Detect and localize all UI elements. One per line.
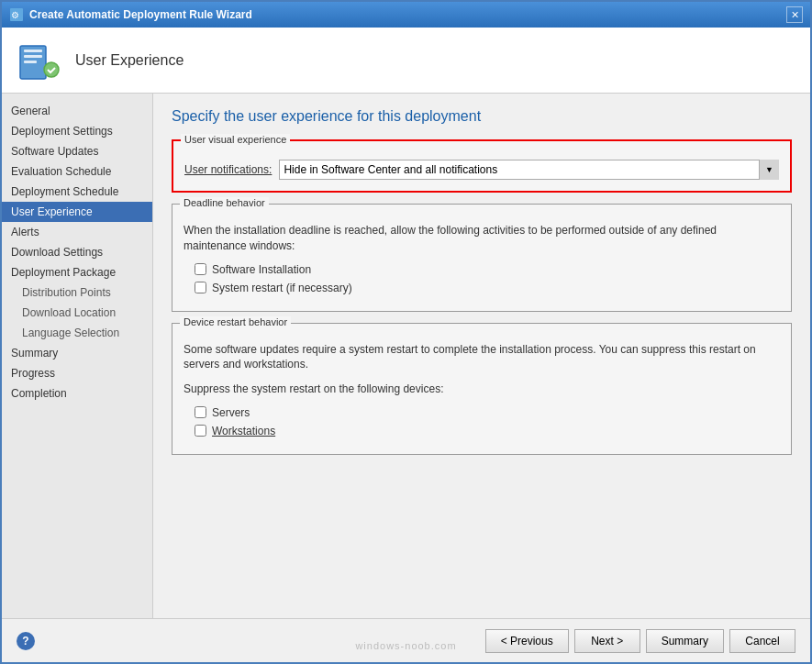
window-icon: ⚙ (9, 7, 24, 22)
sidebar-item-deployment-settings[interactable]: Deployment Settings (2, 121, 152, 141)
wizard-header: User Experience (2, 28, 810, 94)
sidebar-item-software-updates[interactable]: Software Updates (2, 141, 152, 161)
previous-button[interactable]: < Previous (485, 629, 569, 653)
software-installation-checkbox[interactable] (195, 263, 206, 275)
servers-checkbox[interactable] (195, 406, 206, 418)
system-restart-label: System restart (if necessary) (212, 282, 352, 294)
sidebar-item-language-selection[interactable]: Language Selection (2, 323, 152, 343)
sidebar-item-general[interactable]: General (2, 101, 152, 121)
servers-label: Servers (212, 406, 250, 419)
summary-button[interactable]: Summary (646, 629, 724, 653)
device-restart-group: Device restart behavior Some software up… (172, 323, 792, 455)
content-area: Specify the user experience for this dep… (153, 94, 810, 618)
wizard-window: ⚙ Create Automatic Deployment Rule Wizar… (0, 0, 812, 664)
sidebar-item-evaluation-schedule[interactable]: Evaluation Schedule (2, 161, 152, 182)
user-notifications-select[interactable]: Display in Software Center and show all … (279, 160, 779, 180)
svg-point-6 (44, 62, 59, 77)
sidebar: General Deployment Settings Software Upd… (2, 94, 153, 618)
close-button[interactable]: ✕ (786, 6, 803, 23)
footer-buttons: < Previous Next > Summary Cancel (485, 629, 795, 653)
device-restart-legend: Device restart behavior (180, 316, 291, 327)
svg-rect-3 (24, 50, 42, 52)
sidebar-item-distribution-points[interactable]: Distribution Points (2, 282, 152, 303)
sidebar-item-deployment-package[interactable]: Deployment Package (2, 262, 152, 282)
workstations-label: Workstations (212, 425, 275, 437)
sidebar-item-download-settings[interactable]: Download Settings (2, 242, 152, 262)
device-restart-desc2: Suppress the system restart on the follo… (184, 382, 780, 397)
window-title: Create Automatic Deployment Rule Wizard (29, 8, 252, 21)
deadline-behavior-group: Deadline behavior When the installation … (172, 204, 792, 312)
user-notifications-select-wrapper[interactable]: Display in Software Center and show all … (279, 160, 779, 180)
sidebar-item-completion[interactable]: Completion (2, 383, 152, 404)
page-title: Specify the user experience for this dep… (172, 108, 792, 125)
sidebar-item-alerts[interactable]: Alerts (2, 222, 152, 242)
workstations-row: Workstations (184, 425, 780, 437)
cancel-button[interactable]: Cancel (729, 629, 795, 653)
software-installation-label: Software Installation (212, 263, 311, 276)
user-notifications-label: User notifications: (184, 163, 272, 176)
wizard-footer: ? < Previous Next > Summary Cancel (2, 618, 810, 662)
device-restart-desc1: Some software updates require a system r… (184, 342, 780, 373)
sidebar-item-deployment-schedule[interactable]: Deployment Schedule (2, 182, 152, 202)
deadline-description: When the installation deadline is reache… (184, 223, 780, 254)
help-button[interactable]: ? (17, 632, 35, 650)
svg-text:⚙: ⚙ (11, 10, 19, 20)
system-restart-row: System restart (if necessary) (184, 282, 780, 294)
wizard-header-title: User Experience (75, 52, 184, 69)
svg-rect-4 (24, 55, 42, 58)
title-bar: ⚙ Create Automatic Deployment Rule Wizar… (2, 2, 810, 28)
deadline-legend: Deadline behavior (180, 197, 269, 208)
next-button[interactable]: Next > (574, 629, 640, 653)
sidebar-item-summary[interactable]: Summary (2, 343, 152, 363)
sidebar-item-download-location[interactable]: Download Location (2, 303, 152, 323)
svg-rect-5 (24, 61, 37, 63)
wizard-body: General Deployment Settings Software Upd… (2, 94, 810, 618)
servers-row: Servers (184, 406, 780, 419)
workstations-checkbox[interactable] (195, 425, 206, 437)
system-restart-checkbox[interactable] (195, 282, 206, 293)
software-installation-row: Software Installation (184, 263, 780, 276)
wizard-header-icon (17, 39, 61, 83)
sidebar-item-progress[interactable]: Progress (2, 363, 152, 383)
sidebar-item-user-experience[interactable]: User Experience (2, 202, 152, 222)
user-visual-group: User visual experience User notification… (172, 139, 792, 193)
user-visual-legend: User visual experience (181, 134, 290, 145)
